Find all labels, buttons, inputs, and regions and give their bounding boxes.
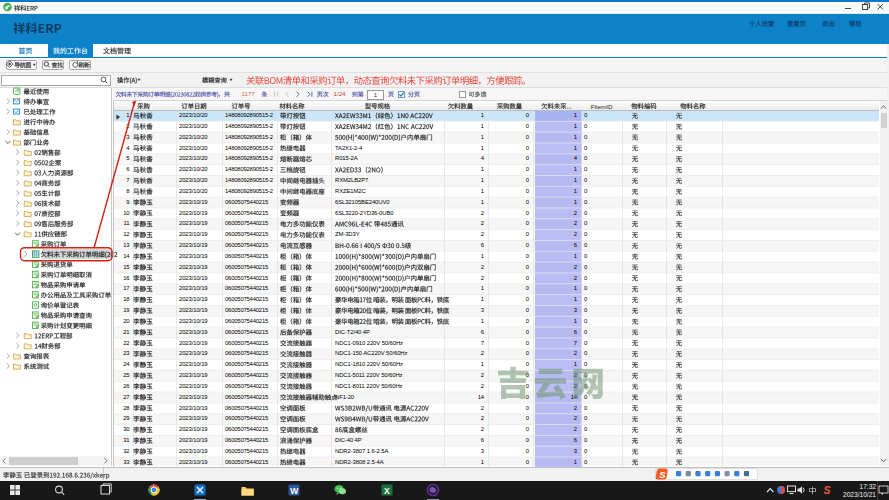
svg-text:S: S <box>659 469 666 480</box>
svg-text:S: S <box>824 484 831 496</box>
svg-text:W: W <box>290 486 299 496</box>
svg-text:X: X <box>384 486 390 496</box>
